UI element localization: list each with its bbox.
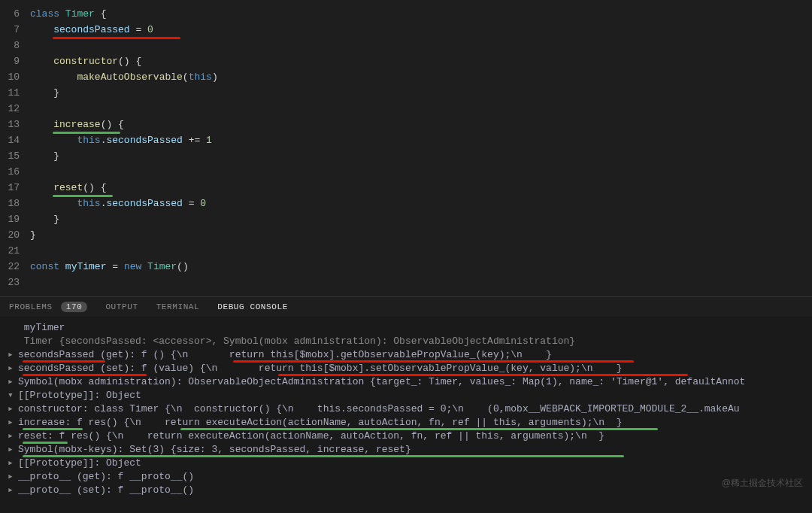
code-line[interactable] — [30, 101, 812, 117]
debug-console[interactable]: myTimer Timer {secondsPassed: <accessor>… — [0, 317, 812, 512]
console-line[interactable]: Timer {secondsPassed: <accessor>, Symbol… — [8, 335, 804, 348]
expand-chevron-icon[interactable]: ▸ — [8, 443, 18, 457]
line-number: 6 — [0, 6, 20, 22]
red-underline — [233, 360, 634, 363]
code-line[interactable]: } — [30, 85, 812, 101]
console-line[interactable]: ▸__proto__ (get): f __proto__() — [8, 470, 804, 484]
green-underline — [23, 442, 68, 444]
code-line[interactable]: } — [30, 148, 812, 164]
line-number: 16 — [0, 164, 20, 180]
console-line[interactable]: myTimer — [8, 321, 804, 335]
console-text: myTimer — [18, 322, 65, 333]
expand-chevron-icon[interactable]: ▸ — [8, 470, 18, 484]
tab-debug-console[interactable]: DEBUG CONSOLE — [217, 302, 288, 311]
console-text: __proto__ (get): f __proto__() — [18, 471, 194, 482]
code-area[interactable]: class Timer { secondsPassed = 0 construc… — [30, 0, 812, 296]
panel-tabs: PROBLEMS 170 OUTPUT TERMINAL DEBUG CONSO… — [0, 296, 812, 317]
tab-problems-label: PROBLEMS — [9, 302, 53, 311]
console-line[interactable]: ▸__proto__ (set): f __proto__() — [8, 484, 804, 497]
code-line[interactable]: constructor() { — [30, 53, 812, 69]
expand-chevron-icon[interactable]: ▸ — [8, 362, 18, 375]
red-underline — [53, 37, 180, 39]
red-underline — [278, 374, 688, 376]
code-line[interactable]: } — [30, 211, 812, 227]
console-line[interactable]: ▸constructor: class Timer {\n constructo… — [8, 402, 804, 416]
code-line[interactable]: secondsPassed = 0 — [30, 22, 812, 38]
console-line[interactable]: ▸secondsPassed (get): f () {\n return th… — [8, 348, 804, 362]
code-line[interactable]: this.secondsPassed = 0 — [30, 196, 812, 211]
expand-chevron-icon[interactable]: ▸ — [8, 402, 18, 416]
code-line[interactable]: } — [30, 227, 812, 243]
expand-chevron-icon[interactable]: ▾ — [8, 389, 18, 402]
code-line[interactable]: this.secondsPassed += 1 — [30, 132, 812, 148]
console-line[interactable]: ▾[[Prototype]]: Object — [8, 389, 804, 402]
code-line[interactable]: const myTimer = new Timer() — [30, 259, 812, 275]
expand-chevron-icon[interactable]: ▸ — [8, 348, 18, 362]
console-text: secondsPassed (get): f () {\n return thi… — [18, 349, 552, 360]
console-line[interactable]: ▸[[Prototype]]: Object — [8, 457, 804, 470]
line-number: 7 — [0, 22, 20, 38]
red-underline — [23, 374, 147, 376]
line-number: 20 — [0, 227, 20, 243]
expand-chevron-icon[interactable]: ▸ — [8, 375, 18, 389]
line-number: 13 — [0, 117, 20, 132]
green-underline — [23, 455, 624, 457]
console-text: [[Prototype]]: Object — [18, 390, 141, 401]
code-line[interactable] — [30, 38, 812, 53]
console-text: reset: f res() {\n return executeAction(… — [18, 430, 604, 442]
code-line[interactable]: increase() { — [30, 117, 812, 132]
line-number: 11 — [0, 85, 20, 101]
expand-chevron-icon[interactable]: ▸ — [8, 416, 18, 430]
line-number: 15 — [0, 148, 20, 164]
code-line[interactable]: class Timer { — [30, 6, 812, 22]
green-underline — [23, 428, 83, 430]
console-text: Timer {secondsPassed: <accessor>, Symbol… — [18, 335, 575, 347]
tab-terminal[interactable]: TERMINAL — [156, 302, 200, 311]
expand-chevron-icon[interactable]: ▸ — [8, 430, 18, 443]
line-number: 22 — [0, 259, 20, 275]
red-underline — [23, 360, 105, 363]
problems-count-badge: 170 — [61, 302, 88, 312]
code-line[interactable]: makeAutoObservable(this) — [30, 69, 812, 85]
code-line[interactable]: reset() { — [30, 180, 812, 196]
code-editor[interactable]: 67891011121314151617181920212223 class T… — [0, 0, 812, 296]
line-number: 21 — [0, 243, 20, 259]
console-text: [[Prototype]]: Object — [18, 457, 141, 469]
line-number: 9 — [0, 53, 20, 69]
green-underline — [53, 195, 113, 197]
line-number: 23 — [0, 275, 20, 290]
code-line[interactable] — [30, 243, 812, 259]
console-text: __proto__ (set): f __proto__() — [18, 484, 194, 496]
green-underline — [53, 132, 120, 134]
console-text: Symbol(mobx-keys): Set(3) {size: 3, seco… — [18, 444, 411, 455]
code-line[interactable] — [30, 164, 812, 180]
green-underline — [180, 428, 658, 430]
line-number: 17 — [0, 180, 20, 196]
line-number: 19 — [0, 211, 20, 227]
console-line[interactable]: ▸Symbol(mobx administration): Observable… — [8, 375, 804, 389]
tab-problems[interactable]: PROBLEMS 170 — [9, 302, 87, 312]
line-number: 8 — [0, 38, 20, 53]
expand-chevron-icon[interactable]: ▸ — [8, 484, 18, 497]
line-number: 18 — [0, 196, 20, 211]
console-line[interactable]: ▸Symbol(mobx-keys): Set(3) {size: 3, sec… — [8, 443, 804, 457]
console-text: secondsPassed (set): f (value) {\n retur… — [18, 363, 623, 374]
expand-chevron-icon[interactable]: ▸ — [8, 457, 18, 470]
console-text: Symbol(mobx administration): ObservableO… — [18, 376, 745, 387]
watermark: @稀土掘金技术社区 — [722, 476, 803, 490]
tab-output[interactable]: OUTPUT — [105, 302, 138, 311]
code-line[interactable] — [30, 275, 812, 290]
console-line[interactable]: ▸increase: f res() {\n return executeAct… — [8, 416, 804, 430]
console-line[interactable]: ▸secondsPassed (set): f (value) {\n retu… — [8, 362, 804, 375]
line-gutter: 67891011121314151617181920212223 — [0, 0, 30, 296]
console-text: increase: f res() {\n return executeActi… — [18, 417, 623, 428]
line-number: 14 — [0, 132, 20, 148]
console-line[interactable]: ▸reset: f res() {\n return executeAction… — [8, 430, 804, 443]
line-number: 12 — [0, 101, 20, 117]
line-number: 10 — [0, 69, 20, 85]
console-text: constructor: class Timer {\n constructor… — [18, 403, 740, 414]
